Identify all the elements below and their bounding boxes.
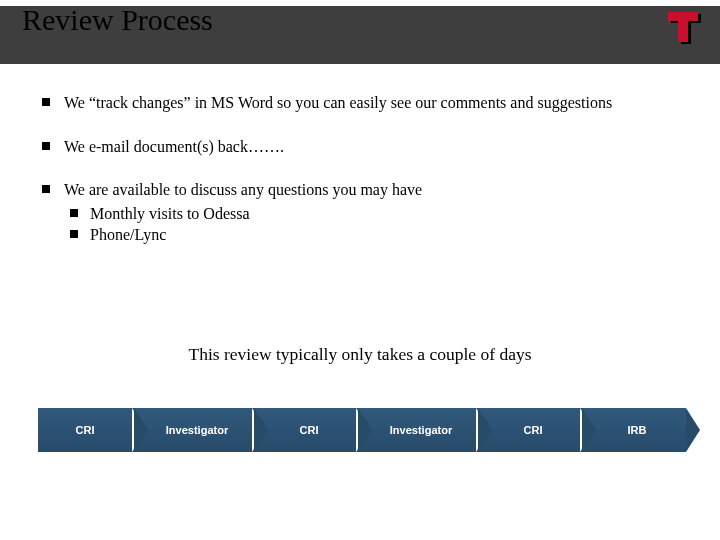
bullet-text: We are available to discuss any question… [64,181,422,198]
flow-step: Investigator [356,408,478,452]
slide-title: Review Process [22,3,213,37]
flow-step-label: IRB [628,424,647,436]
flow-step-label: Investigator [390,424,452,436]
logo-double-t-icon [668,12,706,46]
process-flow: CRI Investigator CRI Investigator CRI IR… [38,408,680,452]
callout-text: This review typically only takes a coupl… [0,344,720,365]
flow-step: Investigator [132,408,254,452]
sub-bullet-item: Monthly visits to Odessa [64,203,690,225]
bullet-text: We e-mail document(s) back……. [64,138,284,155]
content-area: We “track changes” in MS Word so you can… [38,92,690,268]
flow-step-label: CRI [76,424,95,436]
slide: Review Process We “track changes” in MS … [0,0,720,540]
sub-bullet-text: Phone/Lync [90,226,166,243]
bullet-item: We e-mail document(s) back……. [38,136,690,158]
flow-step-label: CRI [524,424,543,436]
sub-bullet-item: Phone/Lync [64,224,690,246]
bullet-text: We “track changes” in MS Word so you can… [64,94,612,111]
bullet-item: We are available to discuss any question… [38,179,690,246]
sub-bullet-text: Monthly visits to Odessa [90,205,250,222]
bullet-item: We “track changes” in MS Word so you can… [38,92,690,114]
flow-step-label: Investigator [166,424,228,436]
flow-step-label: CRI [300,424,319,436]
flow-step: CRI [38,408,134,452]
